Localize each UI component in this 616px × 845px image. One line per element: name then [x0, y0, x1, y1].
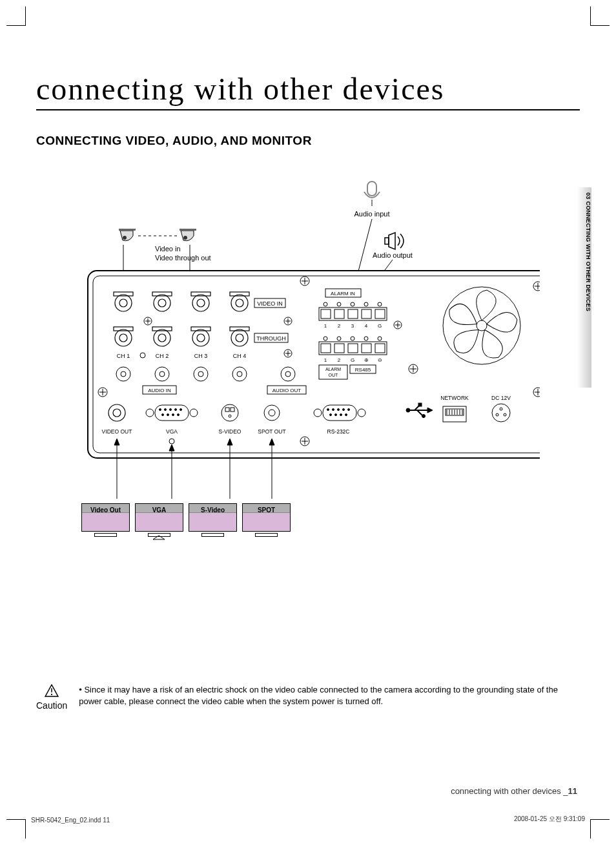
- svg-point-123: [175, 409, 177, 411]
- svg-text:SPOT OUT: SPOT OUT: [258, 428, 285, 435]
- svg-point-124: [180, 409, 182, 411]
- video-in-label: Video in: [155, 245, 181, 253]
- svg-text:2: 2: [338, 357, 341, 363]
- speaker-icon: [385, 233, 404, 249]
- svg-text:RS485: RS485: [355, 367, 371, 373]
- page-title: connecting with other devices: [36, 71, 580, 110]
- camera-icon: [119, 229, 136, 241]
- print-date: 2008-01-25 오전 9:31:09: [514, 815, 585, 824]
- microphone-icon: [364, 182, 380, 206]
- svg-text:3: 3: [351, 323, 354, 329]
- monitor-spot: SPOT: [242, 503, 291, 537]
- page-footer: connecting with other devices _11: [451, 786, 577, 796]
- svg-text:DC 12V: DC 12V: [491, 395, 511, 401]
- svg-rect-2: [385, 238, 389, 244]
- svg-rect-15: [93, 276, 540, 453]
- svg-text:VIDEO IN: VIDEO IN: [257, 300, 283, 307]
- svg-text:NETWORK: NETWORK: [440, 395, 469, 401]
- svg-text:THROUGH: THROUGH: [256, 335, 286, 342]
- connection-diagram: Audio input Audio output V: [36, 180, 580, 568]
- svg-point-144: [338, 409, 340, 411]
- caution-block: Caution • Since it may have a risk of an…: [36, 684, 580, 711]
- svg-marker-3: [389, 233, 395, 249]
- svg-rect-156: [418, 403, 422, 406]
- svg-point-185: [51, 694, 52, 695]
- svg-text:2: 2: [338, 323, 341, 329]
- svg-text:⊖: ⊖: [378, 357, 382, 363]
- svg-marker-182: [153, 536, 165, 539]
- svg-text:S-VIDEO: S-VIDEO: [219, 428, 241, 435]
- svg-point-150: [345, 414, 347, 416]
- svg-point-147: [330, 414, 332, 416]
- svg-point-4: [123, 236, 127, 240]
- camera-icon: [180, 229, 196, 241]
- svg-text:CH 3: CH 3: [194, 353, 208, 359]
- video-through-label: Video through out: [155, 254, 211, 262]
- svg-text:ALARM IN: ALARM IN: [331, 291, 355, 297]
- svg-point-126: [167, 414, 169, 416]
- svg-point-145: [343, 409, 345, 411]
- monitor-row: Video Out VGA S-Video SPOT: [81, 503, 291, 537]
- svg-text:AUDIO OUT: AUDIO OUT: [272, 388, 302, 393]
- svg-point-121: [165, 409, 167, 411]
- svg-text:G: G: [378, 323, 382, 329]
- svg-point-120: [159, 409, 161, 411]
- svg-text:1: 1: [324, 357, 327, 363]
- audio-input-label: Audio input: [354, 210, 389, 218]
- svg-text:VIDEO OUT: VIDEO OUT: [102, 428, 132, 435]
- svg-point-158: [422, 415, 426, 418]
- svg-point-146: [348, 409, 350, 411]
- svg-point-148: [335, 414, 337, 416]
- caution-label: Caution: [36, 700, 67, 711]
- svg-text:G: G: [351, 357, 354, 363]
- monitor-video-out: Video Out: [81, 503, 130, 537]
- svg-rect-7: [180, 229, 196, 231]
- svg-point-6: [183, 236, 187, 240]
- svg-text:RS-232C: RS-232C: [327, 428, 350, 435]
- svg-point-127: [172, 414, 174, 416]
- caution-text: Since it may have a risk of an electric …: [79, 685, 558, 706]
- caution-icon: [45, 684, 59, 697]
- svg-text:1: 1: [324, 323, 327, 329]
- svg-rect-5: [119, 229, 136, 231]
- svg-text:ALARM: ALARM: [325, 367, 341, 371]
- svg-text:⊕: ⊕: [364, 357, 369, 363]
- svg-rect-0: [367, 182, 376, 196]
- monitor-svideo: S-Video: [189, 503, 237, 537]
- svg-point-122: [170, 409, 172, 411]
- svg-point-142: [327, 409, 329, 411]
- svg-text:CH 2: CH 2: [156, 353, 169, 359]
- svg-point-149: [340, 414, 342, 416]
- audio-output-label: Audio output: [373, 251, 413, 259]
- svg-text:CH 4: CH 4: [233, 353, 247, 359]
- svg-text:AUDIO IN: AUDIO IN: [148, 388, 171, 393]
- svg-point-128: [178, 414, 180, 416]
- svg-text:CH 1: CH 1: [117, 353, 130, 359]
- monitor-vga: VGA: [135, 503, 183, 537]
- svg-point-143: [333, 409, 334, 411]
- section-heading: CONNECTING VIDEO, AUDIO, AND MONITOR: [36, 134, 580, 148]
- svg-point-125: [162, 414, 164, 416]
- svg-text:VGA: VGA: [166, 428, 178, 435]
- svg-text:OUT: OUT: [329, 373, 339, 377]
- indd-filename: SHR-5042_Eng_02.indd 11: [31, 817, 110, 824]
- svg-text:4: 4: [365, 323, 368, 329]
